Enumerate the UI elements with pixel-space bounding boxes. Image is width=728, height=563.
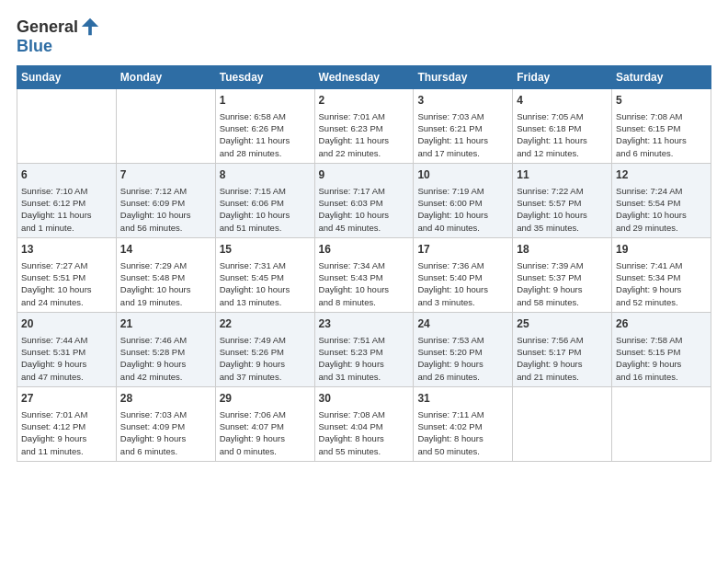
calendar-cell: 4Sunrise: 7:05 AM Sunset: 6:18 PM Daylig…: [513, 89, 612, 164]
calendar-table: SundayMondayTuesdayWednesdayThursdayFrid…: [17, 65, 711, 462]
logo-icon: [80, 17, 100, 37]
day-number: 20: [21, 316, 112, 332]
cell-content: Sunrise: 7:49 AM Sunset: 5:26 PM Dayligh…: [220, 334, 311, 383]
day-number: 30: [319, 391, 410, 407]
calendar-cell: 23Sunrise: 7:51 AM Sunset: 5:23 PM Dayli…: [314, 312, 414, 386]
logo-general-text: General: [17, 17, 78, 37]
day-number: 1: [220, 93, 311, 109]
day-number: 2: [319, 93, 410, 109]
cell-content: Sunrise: 7:22 AM Sunset: 5:57 PM Dayligh…: [517, 185, 608, 234]
week-row: 6Sunrise: 7:10 AM Sunset: 6:12 PM Daylig…: [17, 163, 711, 237]
day-number: 16: [319, 242, 410, 258]
day-number: 10: [417, 167, 508, 183]
calendar-cell: 22Sunrise: 7:49 AM Sunset: 5:26 PM Dayli…: [215, 312, 314, 386]
cell-content: Sunrise: 7:19 AM Sunset: 6:00 PM Dayligh…: [417, 185, 508, 234]
day-number: 4: [517, 93, 608, 109]
day-number: 26: [616, 316, 707, 332]
calendar-cell: 7Sunrise: 7:12 AM Sunset: 6:09 PM Daylig…: [116, 163, 215, 237]
weekday-header: Thursday: [414, 66, 513, 89]
day-number: 29: [220, 391, 311, 407]
day-number: 27: [21, 391, 112, 407]
calendar-cell: 26Sunrise: 7:58 AM Sunset: 5:15 PM Dayli…: [612, 312, 711, 386]
day-number: 15: [220, 242, 311, 258]
cell-content: Sunrise: 7:10 AM Sunset: 6:12 PM Dayligh…: [21, 185, 112, 234]
calendar-cell: 14Sunrise: 7:29 AM Sunset: 5:48 PM Dayli…: [116, 237, 215, 312]
week-row: 13Sunrise: 7:27 AM Sunset: 5:51 PM Dayli…: [17, 237, 711, 312]
day-number: 31: [417, 391, 508, 407]
calendar-cell: 8Sunrise: 7:15 AM Sunset: 6:06 PM Daylig…: [215, 163, 314, 237]
calendar-cell: 17Sunrise: 7:36 AM Sunset: 5:40 PM Dayli…: [414, 237, 513, 312]
header-row: SundayMondayTuesdayWednesdayThursdayFrid…: [17, 66, 711, 89]
day-number: 8: [220, 167, 311, 183]
weekday-header: Saturday: [612, 66, 711, 89]
cell-content: Sunrise: 7:44 AM Sunset: 5:31 PM Dayligh…: [21, 334, 112, 383]
cell-content: Sunrise: 7:56 AM Sunset: 5:17 PM Dayligh…: [517, 334, 608, 383]
cell-content: Sunrise: 7:01 AM Sunset: 4:12 PM Dayligh…: [21, 408, 112, 457]
cell-content: Sunrise: 7:41 AM Sunset: 5:34 PM Dayligh…: [616, 259, 707, 308]
week-row: 20Sunrise: 7:44 AM Sunset: 5:31 PM Dayli…: [17, 312, 711, 386]
cell-content: Sunrise: 7:58 AM Sunset: 5:15 PM Dayligh…: [616, 334, 707, 383]
day-number: 12: [616, 167, 707, 183]
calendar-cell: 2Sunrise: 7:01 AM Sunset: 6:23 PM Daylig…: [314, 89, 414, 164]
cell-content: Sunrise: 7:03 AM Sunset: 4:09 PM Dayligh…: [120, 408, 211, 457]
logo: General Blue: [17, 17, 100, 56]
cell-content: Sunrise: 7:05 AM Sunset: 6:18 PM Dayligh…: [517, 110, 608, 159]
calendar-cell: 18Sunrise: 7:39 AM Sunset: 5:37 PM Dayli…: [513, 237, 612, 312]
calendar-cell: 5Sunrise: 7:08 AM Sunset: 6:15 PM Daylig…: [612, 89, 711, 164]
cell-content: Sunrise: 7:08 AM Sunset: 6:15 PM Dayligh…: [616, 110, 707, 159]
day-number: 25: [517, 316, 608, 332]
calendar-cell: [612, 386, 711, 461]
day-number: 17: [417, 242, 508, 258]
day-number: 3: [417, 93, 508, 109]
calendar-cell: 31Sunrise: 7:11 AM Sunset: 4:02 PM Dayli…: [414, 386, 513, 461]
cell-content: Sunrise: 7:36 AM Sunset: 5:40 PM Dayligh…: [417, 259, 508, 308]
calendar-cell: 15Sunrise: 7:31 AM Sunset: 5:45 PM Dayli…: [215, 237, 314, 312]
day-number: 28: [120, 391, 211, 407]
header: General Blue: [17, 17, 711, 56]
logo-blue-text: Blue: [17, 37, 52, 56]
calendar-cell: 19Sunrise: 7:41 AM Sunset: 5:34 PM Dayli…: [612, 237, 711, 312]
cell-content: Sunrise: 7:46 AM Sunset: 5:28 PM Dayligh…: [120, 334, 211, 383]
day-number: 24: [417, 316, 508, 332]
calendar-cell: 20Sunrise: 7:44 AM Sunset: 5:31 PM Dayli…: [17, 312, 117, 386]
calendar-cell: 12Sunrise: 7:24 AM Sunset: 5:54 PM Dayli…: [612, 163, 711, 237]
calendar-cell: 9Sunrise: 7:17 AM Sunset: 6:03 PM Daylig…: [314, 163, 414, 237]
weekday-header: Tuesday: [215, 66, 314, 89]
calendar-cell: 21Sunrise: 7:46 AM Sunset: 5:28 PM Dayli…: [116, 312, 215, 386]
cell-content: Sunrise: 7:01 AM Sunset: 6:23 PM Dayligh…: [319, 110, 410, 159]
calendar-cell: 11Sunrise: 7:22 AM Sunset: 5:57 PM Dayli…: [513, 163, 612, 237]
calendar-cell: [513, 386, 612, 461]
day-number: 7: [120, 167, 211, 183]
cell-content: Sunrise: 7:53 AM Sunset: 5:20 PM Dayligh…: [417, 334, 508, 383]
cell-content: Sunrise: 7:11 AM Sunset: 4:02 PM Dayligh…: [417, 408, 508, 457]
cell-content: Sunrise: 7:24 AM Sunset: 5:54 PM Dayligh…: [616, 185, 707, 234]
calendar-cell: [17, 89, 117, 164]
day-number: 18: [517, 242, 608, 258]
day-number: 11: [517, 167, 608, 183]
cell-content: Sunrise: 7:27 AM Sunset: 5:51 PM Dayligh…: [21, 259, 112, 308]
cell-content: Sunrise: 7:34 AM Sunset: 5:43 PM Dayligh…: [319, 259, 410, 308]
cell-content: Sunrise: 7:51 AM Sunset: 5:23 PM Dayligh…: [319, 334, 410, 383]
page: General Blue SundayMondayTuesdayWednesda…: [0, 0, 728, 471]
day-number: 9: [319, 167, 410, 183]
day-number: 19: [616, 242, 707, 258]
cell-content: Sunrise: 7:03 AM Sunset: 6:21 PM Dayligh…: [417, 110, 508, 159]
calendar-cell: 24Sunrise: 7:53 AM Sunset: 5:20 PM Dayli…: [414, 312, 513, 386]
day-number: 23: [319, 316, 410, 332]
cell-content: Sunrise: 7:08 AM Sunset: 4:04 PM Dayligh…: [319, 408, 410, 457]
calendar-cell: 28Sunrise: 7:03 AM Sunset: 4:09 PM Dayli…: [116, 386, 215, 461]
calendar-cell: 3Sunrise: 7:03 AM Sunset: 6:21 PM Daylig…: [414, 89, 513, 164]
day-number: 22: [220, 316, 311, 332]
week-row: 27Sunrise: 7:01 AM Sunset: 4:12 PM Dayli…: [17, 386, 711, 461]
calendar-cell: 16Sunrise: 7:34 AM Sunset: 5:43 PM Dayli…: [314, 237, 414, 312]
cell-content: Sunrise: 7:29 AM Sunset: 5:48 PM Dayligh…: [120, 259, 211, 308]
calendar-cell: 29Sunrise: 7:06 AM Sunset: 4:07 PM Dayli…: [215, 386, 314, 461]
calendar-cell: 13Sunrise: 7:27 AM Sunset: 5:51 PM Dayli…: [17, 237, 117, 312]
day-number: 5: [616, 93, 707, 109]
calendar-cell: 27Sunrise: 7:01 AM Sunset: 4:12 PM Dayli…: [17, 386, 117, 461]
calendar-cell: 30Sunrise: 7:08 AM Sunset: 4:04 PM Dayli…: [314, 386, 414, 461]
day-number: 14: [120, 242, 211, 258]
day-number: 6: [21, 167, 112, 183]
cell-content: Sunrise: 7:39 AM Sunset: 5:37 PM Dayligh…: [517, 259, 608, 308]
cell-content: Sunrise: 7:12 AM Sunset: 6:09 PM Dayligh…: [120, 185, 211, 234]
